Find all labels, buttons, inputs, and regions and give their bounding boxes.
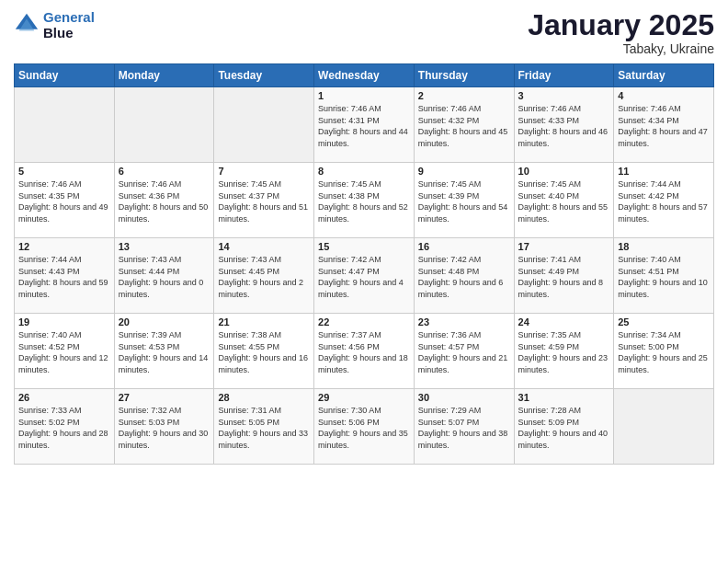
day-info: Sunrise: 7:45 AMSunset: 4:38 PMDaylight:… <box>318 178 410 224</box>
calendar-cell: 16Sunrise: 7:42 AMSunset: 4:48 PMDayligh… <box>414 238 514 314</box>
day-number: 14 <box>218 241 310 252</box>
calendar-week-row: 19Sunrise: 7:40 AMSunset: 4:52 PMDayligh… <box>15 314 714 389</box>
calendar-cell: 19Sunrise: 7:40 AMSunset: 4:52 PMDayligh… <box>15 314 115 389</box>
calendar-week-row: 5Sunrise: 7:46 AMSunset: 4:35 PMDaylight… <box>15 163 714 238</box>
day-number: 30 <box>418 392 510 403</box>
day-number: 4 <box>618 90 710 101</box>
day-number: 20 <box>119 316 210 327</box>
calendar-cell: 7Sunrise: 7:45 AMSunset: 4:37 PMDaylight… <box>214 163 314 238</box>
calendar-header-row: SundayMondayTuesdayWednesdayThursdayFrid… <box>15 64 714 87</box>
day-info: Sunrise: 7:46 AMSunset: 4:34 PMDaylight:… <box>618 103 710 149</box>
calendar-cell <box>114 87 214 163</box>
day-number: 7 <box>218 166 310 177</box>
day-number: 21 <box>218 316 310 327</box>
calendar-cell: 27Sunrise: 7:32 AMSunset: 5:03 PMDayligh… <box>114 389 214 465</box>
calendar-cell: 24Sunrise: 7:35 AMSunset: 4:59 PMDayligh… <box>514 314 614 389</box>
day-number: 11 <box>618 166 710 177</box>
day-number: 18 <box>618 241 710 252</box>
calendar-cell: 31Sunrise: 7:28 AMSunset: 5:09 PMDayligh… <box>514 389 614 465</box>
calendar-cell <box>214 87 314 163</box>
day-info: Sunrise: 7:44 AMSunset: 4:43 PMDaylight:… <box>18 254 110 300</box>
day-info: Sunrise: 7:39 AMSunset: 4:53 PMDaylight:… <box>119 329 210 375</box>
logo-icon <box>14 12 40 38</box>
calendar-cell: 21Sunrise: 7:38 AMSunset: 4:55 PMDayligh… <box>214 314 314 389</box>
day-info: Sunrise: 7:42 AMSunset: 4:47 PMDaylight:… <box>318 254 410 300</box>
calendar-cell: 15Sunrise: 7:42 AMSunset: 4:47 PMDayligh… <box>314 238 415 314</box>
day-info: Sunrise: 7:38 AMSunset: 4:55 PMDaylight:… <box>218 329 310 375</box>
logo: General Blue <box>14 9 95 40</box>
day-number: 10 <box>518 166 610 177</box>
day-number: 25 <box>618 316 710 327</box>
calendar-cell: 18Sunrise: 7:40 AMSunset: 4:51 PMDayligh… <box>614 238 714 314</box>
day-number: 13 <box>119 241 210 252</box>
calendar-cell: 1Sunrise: 7:46 AMSunset: 4:31 PMDaylight… <box>314 87 415 163</box>
day-number: 26 <box>18 392 110 403</box>
day-info: Sunrise: 7:37 AMSunset: 4:56 PMDaylight:… <box>318 329 410 375</box>
day-number: 22 <box>318 316 410 327</box>
calendar-cell: 30Sunrise: 7:29 AMSunset: 5:07 PMDayligh… <box>414 389 514 465</box>
day-info: Sunrise: 7:40 AMSunset: 4:51 PMDaylight:… <box>618 254 710 300</box>
day-info: Sunrise: 7:43 AMSunset: 4:44 PMDaylight:… <box>119 254 210 300</box>
calendar-cell: 25Sunrise: 7:34 AMSunset: 5:00 PMDayligh… <box>614 314 714 389</box>
month-title: January 2025 <box>528 9 714 41</box>
location: Tabaky, Ukraine <box>528 41 714 56</box>
calendar-table: SundayMondayTuesdayWednesdayThursdayFrid… <box>14 63 714 465</box>
day-number: 6 <box>119 166 210 177</box>
day-info: Sunrise: 7:31 AMSunset: 5:05 PMDaylight:… <box>218 405 310 451</box>
day-number: 15 <box>318 241 410 252</box>
day-info: Sunrise: 7:46 AMSunset: 4:33 PMDaylight:… <box>518 103 610 149</box>
day-info: Sunrise: 7:45 AMSunset: 4:39 PMDaylight:… <box>418 178 510 224</box>
col-header-friday: Friday <box>514 64 614 87</box>
day-info: Sunrise: 7:45 AMSunset: 4:37 PMDaylight:… <box>218 178 310 224</box>
day-number: 12 <box>18 241 110 252</box>
calendar-cell: 28Sunrise: 7:31 AMSunset: 5:05 PMDayligh… <box>214 389 314 465</box>
col-header-thursday: Thursday <box>414 64 514 87</box>
day-number: 5 <box>18 166 110 177</box>
day-number: 2 <box>418 90 510 101</box>
calendar-cell: 5Sunrise: 7:46 AMSunset: 4:35 PMDaylight… <box>15 163 115 238</box>
header: General Blue January 2025 Tabaky, Ukrain… <box>14 9 714 56</box>
day-number: 31 <box>518 392 610 403</box>
day-info: Sunrise: 7:44 AMSunset: 4:42 PMDaylight:… <box>618 178 710 224</box>
calendar-cell: 6Sunrise: 7:46 AMSunset: 4:36 PMDaylight… <box>114 163 214 238</box>
calendar-week-row: 12Sunrise: 7:44 AMSunset: 4:43 PMDayligh… <box>15 238 714 314</box>
logo-text: General Blue <box>43 9 95 40</box>
calendar-cell <box>15 87 115 163</box>
calendar-cell: 10Sunrise: 7:45 AMSunset: 4:40 PMDayligh… <box>514 163 614 238</box>
day-info: Sunrise: 7:46 AMSunset: 4:36 PMDaylight:… <box>119 178 210 224</box>
calendar-cell: 9Sunrise: 7:45 AMSunset: 4:39 PMDaylight… <box>414 163 514 238</box>
col-header-wednesday: Wednesday <box>314 64 415 87</box>
calendar-cell: 12Sunrise: 7:44 AMSunset: 4:43 PMDayligh… <box>15 238 115 314</box>
day-info: Sunrise: 7:46 AMSunset: 4:31 PMDaylight:… <box>318 103 410 149</box>
day-number: 23 <box>418 316 510 327</box>
day-info: Sunrise: 7:29 AMSunset: 5:07 PMDaylight:… <box>418 405 510 451</box>
calendar-cell: 14Sunrise: 7:43 AMSunset: 4:45 PMDayligh… <box>214 238 314 314</box>
col-header-monday: Monday <box>114 64 214 87</box>
day-number: 9 <box>418 166 510 177</box>
calendar-cell: 4Sunrise: 7:46 AMSunset: 4:34 PMDaylight… <box>614 87 714 163</box>
day-number: 27 <box>119 392 210 403</box>
calendar-cell <box>614 389 714 465</box>
day-number: 1 <box>318 90 410 101</box>
day-info: Sunrise: 7:34 AMSunset: 5:00 PMDaylight:… <box>618 329 710 375</box>
day-info: Sunrise: 7:40 AMSunset: 4:52 PMDaylight:… <box>18 329 110 375</box>
col-header-sunday: Sunday <box>15 64 115 87</box>
day-number: 8 <box>318 166 410 177</box>
day-number: 24 <box>518 316 610 327</box>
day-info: Sunrise: 7:33 AMSunset: 5:02 PMDaylight:… <box>18 405 110 451</box>
day-number: 19 <box>18 316 110 327</box>
day-info: Sunrise: 7:46 AMSunset: 4:32 PMDaylight:… <box>418 103 510 149</box>
day-info: Sunrise: 7:45 AMSunset: 4:40 PMDaylight:… <box>518 178 610 224</box>
day-number: 29 <box>318 392 410 403</box>
day-info: Sunrise: 7:30 AMSunset: 5:06 PMDaylight:… <box>318 405 410 451</box>
title-block: January 2025 Tabaky, Ukraine <box>528 9 714 56</box>
day-number: 28 <box>218 392 310 403</box>
day-number: 3 <box>518 90 610 101</box>
calendar-cell: 29Sunrise: 7:30 AMSunset: 5:06 PMDayligh… <box>314 389 415 465</box>
calendar-cell: 22Sunrise: 7:37 AMSunset: 4:56 PMDayligh… <box>314 314 415 389</box>
calendar-cell: 17Sunrise: 7:41 AMSunset: 4:49 PMDayligh… <box>514 238 614 314</box>
calendar-cell: 23Sunrise: 7:36 AMSunset: 4:57 PMDayligh… <box>414 314 514 389</box>
calendar-cell: 3Sunrise: 7:46 AMSunset: 4:33 PMDaylight… <box>514 87 614 163</box>
calendar-cell: 13Sunrise: 7:43 AMSunset: 4:44 PMDayligh… <box>114 238 214 314</box>
day-info: Sunrise: 7:43 AMSunset: 4:45 PMDaylight:… <box>218 254 310 300</box>
